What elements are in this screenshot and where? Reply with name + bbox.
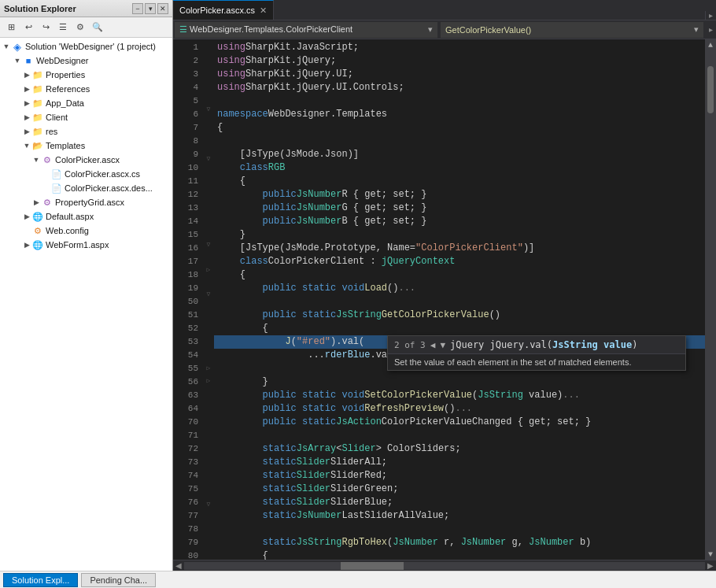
- line-num-10: 10: [173, 161, 198, 175]
- gutter-77: [203, 473, 214, 486]
- toolbar-search-btn[interactable]: 🔍: [90, 20, 105, 35]
- namespace-dropdown[interactable]: ☰ WebDesigner.Templates.ColorPickerClien…: [175, 22, 437, 38]
- webconfig-label: Web.config: [46, 226, 89, 235]
- toggle-webform1[interactable]: ▶: [22, 240, 31, 250]
- tree-item-appdata[interactable]: ▶ 📁 App_Data: [0, 96, 172, 110]
- tab-close-button[interactable]: ✕: [260, 6, 267, 16]
- gutter-80: [203, 510, 214, 523]
- colorpicker-cs-label: ColorPicker.ascx.cs: [65, 169, 140, 179]
- gutter-52: [203, 300, 214, 312]
- toggle-templates[interactable]: ▼: [22, 141, 31, 150]
- tree-item-webdesigner[interactable]: ▼ ■ WebDesigner: [0, 54, 172, 68]
- code-editor[interactable]: 1 2 3 4 5 6 7 8 9 10 11 12 13 14 15 16 1…: [173, 39, 716, 560]
- scroll-track[interactable]: [707, 50, 714, 549]
- tree-item-client[interactable]: ▶ 📁 Client: [0, 110, 172, 124]
- solution-label: Solution 'WebDesigner' (1 project): [25, 42, 156, 51]
- code-content[interactable]: using SharpKit.JavaScript; using SharpKi…: [214, 39, 705, 560]
- tree-item-res[interactable]: ▶ 📁 res: [0, 124, 172, 139]
- gutter-15: [203, 214, 214, 227]
- ascx-icon-colorpicker: ⚙: [41, 153, 54, 166]
- tree-item-defaultaspx[interactable]: ▶ 🌐 Default.aspx: [0, 209, 172, 224]
- line-num-77: 77: [173, 509, 198, 523]
- toolbar-forward-btn[interactable]: ↪: [38, 20, 54, 35]
- code-line-73: static Slider SliderAll;: [214, 456, 705, 469]
- toggle-appdata[interactable]: ▶: [22, 98, 31, 108]
- gutter-64[interactable]: ▷: [203, 375, 214, 387]
- dropdown-button[interactable]: ▾: [145, 3, 156, 14]
- line-num-13: 13: [173, 202, 198, 215]
- code-line-77: static JsNumber LastSliderAllValue;: [214, 509, 705, 523]
- intellisense-nav-prev[interactable]: ◀: [430, 340, 436, 350]
- toggle-references[interactable]: ▶: [22, 84, 31, 94]
- line-num-63: 63: [173, 389, 198, 402]
- tree-item-colorpicker-cs[interactable]: ▷ 📄 ColorPicker.ascx.cs: [0, 167, 172, 181]
- tree-item-propertygrid[interactable]: ▶ ⚙ PropertyGrid.ascx: [0, 195, 172, 209]
- toggle-res[interactable]: ▶: [22, 127, 31, 136]
- scroll-arrow-down[interactable]: ▼: [705, 549, 716, 560]
- gutter-51[interactable]: ▽: [203, 288, 214, 301]
- gutter-16: [203, 226, 214, 239]
- toggle-defaultaspx[interactable]: ▶: [22, 212, 31, 221]
- gutter-11: [203, 165, 214, 177]
- intellisense-nav-next[interactable]: ▼: [440, 340, 445, 350]
- tree-item-properties[interactable]: ▶ 📁 Properties: [0, 68, 172, 82]
- tree-item-webform1[interactable]: ▶ 🌐 WebForm1.aspx: [0, 238, 172, 252]
- tab-scroll-right[interactable]: ▸: [705, 11, 716, 20]
- h-scroll-thumb-editor[interactable]: [341, 562, 404, 570]
- nav-scroll-icon: ▸: [709, 25, 713, 34]
- code-line-8: [214, 135, 705, 148]
- toggle-solution[interactable]: ▼: [2, 42, 11, 51]
- taskbar-pending-changes[interactable]: Pending Cha...: [81, 573, 156, 587]
- tree-item-solution[interactable]: ▼ ◈ Solution 'WebDesigner' (1 project): [0, 39, 172, 54]
- toggle-client[interactable]: ▶: [22, 113, 31, 122]
- code-line-70: public static JsAction ColorPickerValueC…: [214, 416, 705, 429]
- code-line-74: static Slider SliderRed;: [214, 469, 705, 483]
- gutter-63[interactable]: ▷: [203, 362, 214, 375]
- appdata-label: App_Data: [46, 98, 84, 108]
- toggle-colorpicker[interactable]: ▼: [31, 155, 41, 165]
- scroll-right-arrow[interactable]: ▶: [705, 561, 716, 570]
- toolbar-collapse-btn[interactable]: ☰: [55, 20, 71, 35]
- gutter-6[interactable]: ▽: [203, 102, 214, 115]
- gutter-19-collapsed[interactable]: ▷: [203, 263, 214, 276]
- editor-right-scrollbar[interactable]: ▲ ▼: [705, 39, 716, 560]
- gutter-10[interactable]: ▽: [203, 152, 214, 165]
- line-num-18: 18: [173, 268, 198, 282]
- code-line-11: {: [214, 175, 705, 188]
- gutter-79[interactable]: ▽: [203, 497, 214, 510]
- editor-bottom-scrollbar[interactable]: ◀ ▶: [173, 560, 716, 571]
- tree-item-webconfig[interactable]: ▷ ⚙ Web.config: [0, 224, 172, 238]
- gutter-76: [203, 460, 214, 473]
- res-label: res: [46, 127, 57, 136]
- tree-item-colorpicker[interactable]: ▼ ⚙ ColorPicker.ascx: [0, 153, 172, 167]
- gutter-17[interactable]: ▽: [203, 239, 214, 251]
- tree-item-colorpicker-des[interactable]: ▷ 📄 ColorPicker.ascx.des...: [0, 181, 172, 195]
- gutter-50: [203, 276, 214, 288]
- toggle-webdesigner[interactable]: ▼: [13, 56, 22, 65]
- close-button[interactable]: ✕: [157, 3, 168, 14]
- toolbar-settings-btn[interactable]: ⚙: [72, 20, 88, 35]
- method-dropdown[interactable]: GetColorPickerValue() ▾: [441, 22, 703, 38]
- line-num-52: 52: [173, 322, 198, 335]
- gutter-4: [203, 78, 214, 91]
- taskbar-solution-explorer[interactable]: Solution Expl...: [3, 573, 78, 587]
- scroll-left-arrow[interactable]: ◀: [173, 561, 184, 570]
- solution-icon: ◈: [11, 40, 24, 53]
- toggle-properties[interactable]: ▶: [22, 70, 31, 80]
- toggle-propertygrid[interactable]: ▶: [31, 198, 41, 207]
- line-num-78: 78: [173, 523, 198, 536]
- h-scroll-track-editor[interactable]: [184, 562, 705, 570]
- nav-scroll-right[interactable]: ▸: [705, 25, 716, 34]
- tab-colorpicker-cs[interactable]: ColorPicker.ascx.cs ✕: [173, 0, 274, 20]
- tree-item-templates[interactable]: ▼ 📂 Templates: [0, 139, 172, 153]
- scroll-thumb[interactable]: [707, 66, 714, 113]
- pin-button[interactable]: −: [132, 3, 143, 14]
- tree-item-references[interactable]: ▶ 📁 References: [0, 82, 172, 96]
- code-line-16: [JsType(JsMode.Prototype, Name="ColorPic…: [214, 242, 705, 255]
- toolbar-refresh-btn[interactable]: ⊞: [3, 20, 19, 35]
- method-dropdown-arrow: ▾: [694, 24, 699, 35]
- line-num-51: 51: [173, 309, 198, 322]
- line-num-55: 55: [173, 362, 198, 375]
- toolbar-back-btn[interactable]: ↩: [20, 20, 36, 35]
- scroll-arrow-up[interactable]: ▲: [705, 39, 716, 50]
